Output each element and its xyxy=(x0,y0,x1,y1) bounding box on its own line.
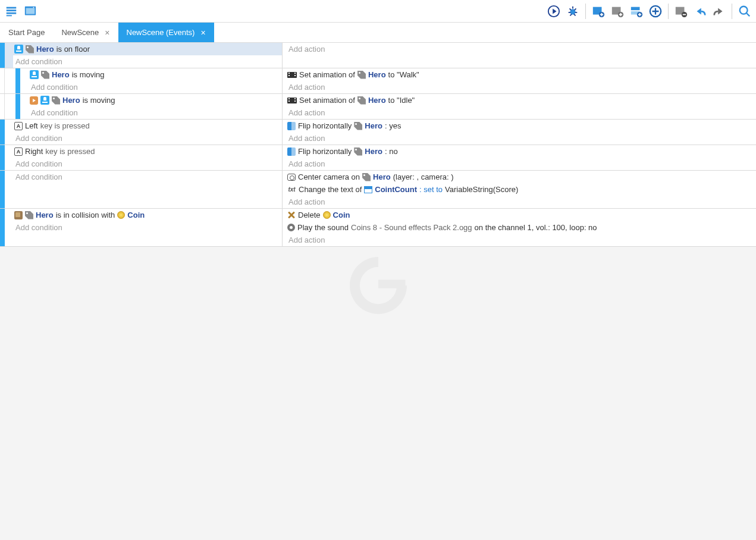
svg-rect-20 xyxy=(683,14,686,15)
add-condition[interactable]: Add condition xyxy=(13,158,282,170)
event-sheet: Hero is on floorAdd conditionAdd actionH… xyxy=(0,43,756,247)
action[interactable]: Flip horizontally Hero : yes xyxy=(286,120,756,132)
scene-editor-button[interactable] xyxy=(23,4,38,19)
add-action[interactable]: Add action xyxy=(286,106,756,119)
add-action[interactable]: Add action xyxy=(286,43,756,55)
add-action[interactable]: Add action xyxy=(286,81,756,93)
svg-rect-14 xyxy=(631,7,640,10)
object-ref: Hero xyxy=(365,147,382,156)
coin-icon xyxy=(323,211,331,219)
event-row[interactable]: Hero is movingAdd conditionSet animation… xyxy=(0,94,756,120)
action[interactable]: Set animation of Hero to "Walk" xyxy=(286,68,756,81)
play-button[interactable] xyxy=(546,4,561,19)
condition[interactable]: ALeft key is pressed xyxy=(13,120,282,132)
event-gutter xyxy=(0,43,13,68)
event-row[interactable]: ARight key is pressedAdd conditionFlip h… xyxy=(0,145,756,171)
keyboard-icon: A xyxy=(14,147,23,156)
event-gutter xyxy=(0,120,13,145)
conditions-column: ARight key is pressedAdd condition xyxy=(13,145,283,170)
svg-marker-8 xyxy=(553,8,556,14)
add-comment-button[interactable] xyxy=(629,4,644,19)
text: Right xyxy=(25,147,43,156)
debug-button[interactable] xyxy=(565,4,581,19)
project-manager-button[interactable] xyxy=(4,4,19,19)
text: key is pressed xyxy=(40,121,90,130)
actions-column: Set animation of Hero to "Walk"Add actio… xyxy=(283,68,756,93)
object-ref: Hero xyxy=(52,70,70,79)
text: (layer: , camera: ) xyxy=(393,172,454,181)
search-button[interactable] xyxy=(737,4,752,19)
object-ref: CointCount xyxy=(375,185,417,194)
text-icon: txt xyxy=(287,185,296,194)
text: Delete xyxy=(298,211,321,219)
add-action[interactable]: Add action xyxy=(286,132,756,145)
condition[interactable]: Hero is moving xyxy=(29,94,282,106)
object-tag-icon xyxy=(357,71,366,79)
text: Set animation of xyxy=(299,96,355,105)
object-tag-icon xyxy=(357,96,366,105)
add-condition[interactable]: Add condition xyxy=(13,171,282,183)
action[interactable]: Center camera on Hero (layer: , camera: … xyxy=(286,171,756,183)
event-row[interactable]: Hero is on floorAdd conditionAdd action xyxy=(0,43,756,68)
tab[interactable]: NewScene× xyxy=(53,23,118,42)
undo-button[interactable] xyxy=(692,4,708,19)
action[interactable]: Set animation of Hero to "Idle" xyxy=(286,94,756,106)
add-condition[interactable]: Add condition xyxy=(29,106,282,119)
actions-column: Flip horizontally Hero : yesAdd action xyxy=(283,120,756,145)
event-gutter xyxy=(0,209,13,246)
conditions-column: Hero is on floorAdd condition xyxy=(13,43,283,68)
redo-button[interactable] xyxy=(711,4,727,19)
action[interactable]: txtChange the text of CointCount: set to… xyxy=(286,183,756,196)
close-icon[interactable]: × xyxy=(105,29,109,37)
add-condition[interactable]: Add condition xyxy=(13,132,282,145)
action[interactable]: Play the sound Coins 8 - Sound effects P… xyxy=(286,221,756,234)
event-gutter xyxy=(0,94,29,119)
event-row[interactable]: ALeft key is pressedAdd conditionFlip ho… xyxy=(0,120,756,145)
condition[interactable]: Hero is on floor xyxy=(13,43,282,55)
text: VariableString(Score) xyxy=(445,185,518,194)
camera-icon xyxy=(287,174,296,181)
add-event-button[interactable] xyxy=(591,4,606,19)
text: is in collision with xyxy=(56,211,115,219)
add-condition[interactable]: Add condition xyxy=(29,81,282,93)
add-subevent-button[interactable] xyxy=(610,4,625,19)
text: : yes xyxy=(385,121,401,130)
condition[interactable]: Hero is moving xyxy=(29,68,282,81)
add-action[interactable]: Add action xyxy=(286,234,756,246)
svg-rect-5 xyxy=(26,8,35,14)
collision-icon xyxy=(14,211,23,219)
condition[interactable]: ARight key is pressed xyxy=(13,145,282,158)
animation-icon xyxy=(287,98,297,103)
tab[interactable]: NewScene (Events)× xyxy=(118,23,214,42)
add-new-button[interactable] xyxy=(648,4,663,19)
text: to "Walk" xyxy=(388,70,419,79)
svg-rect-2 xyxy=(7,12,17,14)
remove-button[interactable] xyxy=(673,4,689,19)
action[interactable]: Delete Coin xyxy=(286,209,756,221)
condition[interactable]: Hero is in collision with Coin xyxy=(13,209,282,221)
watermark-logo xyxy=(343,250,414,323)
conditions-column: Hero is in collision with CoinAdd condit… xyxy=(13,209,283,246)
delete-icon xyxy=(287,211,296,219)
actions-column: Add action xyxy=(283,43,756,68)
event-row[interactable]: Add conditionCenter camera on Hero (laye… xyxy=(0,171,756,209)
text: Coins 8 - Sound effects Pack 2.ogg xyxy=(351,223,472,232)
svg-rect-22 xyxy=(378,280,406,288)
svg-rect-1 xyxy=(7,10,17,11)
top-toolbar xyxy=(0,0,756,23)
tab[interactable]: Start Page xyxy=(0,23,53,42)
tab-label: NewScene (Events) xyxy=(127,28,195,37)
add-condition[interactable]: Add condition xyxy=(13,55,282,68)
object-tag-icon xyxy=(26,45,34,54)
add-condition[interactable]: Add condition xyxy=(13,221,282,234)
event-row[interactable]: Hero is in collision with CoinAdd condit… xyxy=(0,209,756,247)
event-row[interactable]: Hero is movingAdd conditionSet animation… xyxy=(0,68,756,94)
conditions-column: Hero is movingAdd condition xyxy=(29,94,283,119)
close-icon[interactable]: × xyxy=(200,29,205,37)
event-gutter xyxy=(0,145,13,170)
actions-column: Set animation of Hero to "Idle"Add actio… xyxy=(283,94,756,119)
action[interactable]: Flip horizontally Hero : no xyxy=(286,145,756,158)
add-action[interactable]: Add action xyxy=(286,196,756,208)
add-action[interactable]: Add action xyxy=(286,158,756,170)
object-ref: Hero xyxy=(368,70,386,79)
